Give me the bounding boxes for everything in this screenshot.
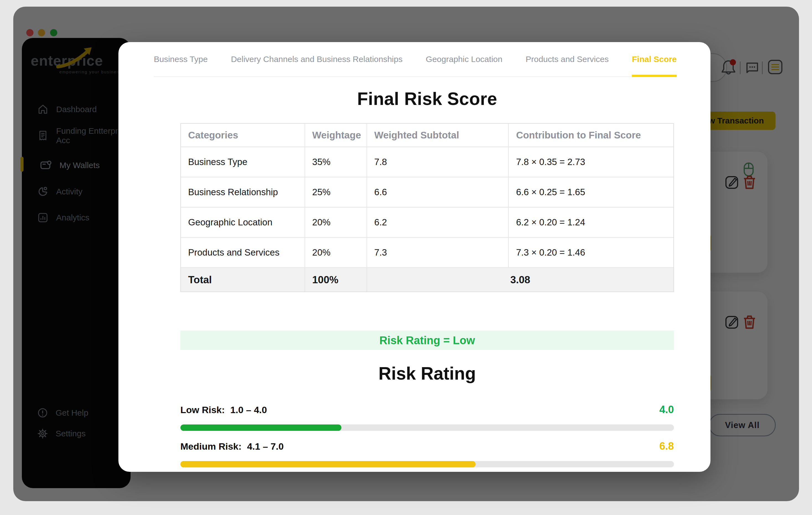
progress-track [180,425,674,431]
bar-value: 6.8 [659,440,674,452]
tab-business-type[interactable]: Business Type [154,42,208,76]
table-row: Business Relationship 25% 6.6 6.6 × 0.25… [181,177,673,207]
final-score-modal: Business Type Delivery Channels and Busi… [118,42,710,472]
risk-score-table: Categories Weightage Weighted Subtotal C… [180,123,674,292]
bar-range: 1.0 – 4.0 [230,405,267,415]
bar-label: Medium Risk: [180,441,241,452]
total-score: 3.08 [367,268,673,292]
table-cell: 6.2 [367,208,509,237]
column-header: Categories [181,124,305,146]
table-cell: Business Relationship [181,178,305,207]
column-header: Weighted Subtotal [367,124,509,146]
bar-label: Low Risk: [180,405,225,415]
tab-geographic-location[interactable]: Geographic Location [426,42,502,76]
bar-value: 4.0 [659,404,674,415]
table-header-row: Categories Weightage Weighted Subtotal C… [181,124,673,146]
tab-delivery-channels[interactable]: Delivery Channels and Business Relations… [231,42,403,76]
table-cell: Business Type [181,147,305,177]
tab-products-services[interactable]: Products and Services [526,42,609,76]
progress-fill [180,461,475,467]
table-cell: 25% [305,178,367,207]
low-risk-bar-row: Low Risk: 1.0 – 4.0 4.0 [180,404,674,431]
table-cell: 35% [305,147,367,177]
table-cell: 6.6 × 0.25 = 1.65 [509,178,673,207]
modal-tabs: Business Type Delivery Channels and Busi… [154,42,677,77]
column-header: Weightage [305,124,367,146]
table-cell: 7.8 × 0.35 = 2.73 [509,147,673,177]
table-cell: 20% [305,208,367,237]
table-cell: 7.8 [367,147,509,177]
progress-fill [180,425,341,431]
table-cell: 7.3 × 0.20 = 1.46 [509,238,673,267]
table-cell: 20% [305,238,367,267]
table-total-row: Total 100% 3.08 [181,267,673,292]
table-cell: 6.2 × 0.20 = 1.24 [509,208,673,237]
total-label: Total [181,268,305,292]
column-header: Contribution to Final Score [509,124,673,146]
risk-rating-banner: Risk Rating = Low [180,331,674,350]
table-row: Business Type 35% 7.8 7.8 × 0.35 = 2.73 [181,146,673,177]
page-title: Final Risk Score [180,89,674,109]
medium-risk-bar-row: Medium Risk: 4.1 – 7.0 6.8 [180,440,674,467]
table-row: Geographic Location 20% 6.2 6.2 × 0.20 =… [181,207,673,237]
table-cell: Geographic Location [181,208,305,237]
tab-final-score[interactable]: Final Score [632,42,677,76]
bar-range: 4.1 – 7.0 [247,441,284,452]
risk-rating-title: Risk Rating [180,363,674,384]
table-cell: 7.3 [367,238,509,267]
table-cell: 6.6 [367,178,509,207]
total-weightage: 100% [305,268,367,292]
table-row: Products and Services 20% 7.3 7.3 × 0.20… [181,237,673,267]
progress-track [180,461,674,467]
table-cell: Products and Services [181,238,305,267]
